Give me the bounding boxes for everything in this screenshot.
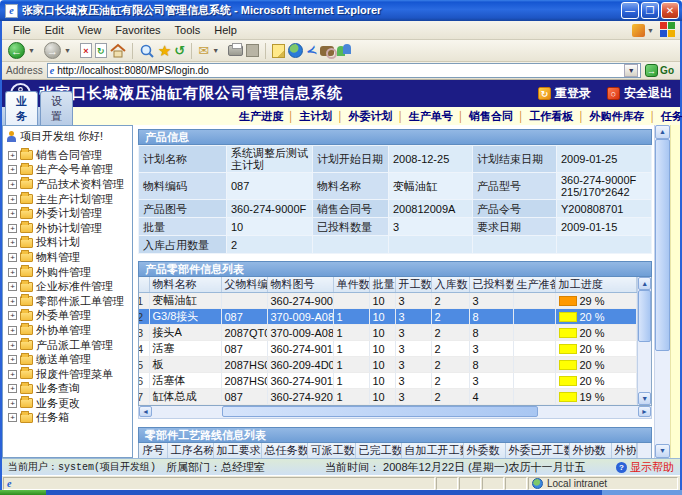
stop-button[interactable]: × [80,41,92,61]
scroll-left-icon[interactable]: ◄ [139,406,152,417]
process-vertical-scrollbar[interactable]: ▼ [637,443,651,458]
tree-item[interactable]: +报废件管理菜单 [6,367,132,382]
expand-icon[interactable]: + [8,195,17,204]
expand-icon[interactable]: + [8,399,17,408]
expand-icon[interactable]: + [8,326,17,335]
scroll-thumb[interactable] [655,139,670,351]
tree-item[interactable]: +零部件派工单管理 [6,294,132,309]
tree-item[interactable]: +外协计划管理 [6,221,132,236]
nav-sales-contract[interactable]: 销售合同 [469,109,513,124]
parts-horizontal-scrollbar[interactable]: ◄ ► [138,406,652,419]
page-vertical-scrollbar[interactable]: ▲ ▼ [654,125,670,458]
tree-item[interactable]: +业务查询 [6,382,132,397]
tree-item[interactable]: +外购件管理 [6,265,132,280]
tree-item[interactable]: +企业标准件管理 [6,279,132,294]
print-button[interactable] [228,41,243,61]
home-button[interactable] [110,41,126,61]
expand-icon[interactable]: + [8,224,17,233]
logout-link[interactable]: ○ 安全退出 [607,85,672,102]
parts-row[interactable]: 5 板2087HS002 360-209-4D0101 103 28 20 % [139,357,637,373]
go-button[interactable]: → Go [645,64,676,77]
windows-taskbar[interactable] [0,490,682,495]
expand-icon[interactable]: + [8,413,17,422]
menu-help[interactable]: Help [207,22,244,38]
expand-icon[interactable]: + [8,151,17,160]
scroll-thumb[interactable] [638,290,651,342]
messenger-button[interactable] [337,41,351,61]
nav-task-box[interactable]: 任务箱 [661,109,682,124]
tab-settings[interactable]: 设置 [40,91,73,125]
tree-item[interactable]: +物料管理 [6,250,132,265]
tree-item[interactable]: +外委计划管理 [6,206,132,221]
menu-tools[interactable]: Tools [168,22,208,38]
back-button[interactable]: ← [8,41,25,61]
expand-icon[interactable]: + [8,209,17,218]
nav-outsource-plan[interactable]: 外委计划 [349,109,393,124]
edit-button[interactable] [246,41,259,61]
nav-master-plan[interactable]: 主计划 [299,109,332,124]
browser-extension-button[interactable] [288,41,303,61]
tree-item[interactable]: +产品派工单管理 [6,338,132,353]
tree-item[interactable]: +生产令号单管理 [6,163,132,178]
chevron-down-icon[interactable]: ▼ [647,27,654,34]
address-dropdown[interactable]: ▼ [624,64,638,77]
scroll-down-icon[interactable]: ▼ [655,444,670,458]
expand-icon[interactable]: + [8,384,17,393]
tree-item[interactable]: +产品技术资料管理 [6,177,132,192]
parts-row[interactable]: 4 活塞087 360-274-9010F1 103 23 20 % [139,341,637,357]
expand-icon[interactable]: + [8,253,17,262]
scroll-up-icon[interactable]: ▲ [655,125,670,139]
extension-icon[interactable] [632,24,645,37]
nav-production-order[interactable]: 生产单号 [409,109,453,124]
minimize-button[interactable]: — [621,2,639,19]
tree-item[interactable]: +销售合同管理 [6,148,132,163]
scroll-right-icon[interactable]: ► [638,406,651,417]
scroll-thumb[interactable] [222,406,538,417]
scroll-down-icon[interactable]: ▼ [638,392,651,405]
search-button[interactable] [139,41,155,61]
favorites-button[interactable]: ★ [158,41,171,61]
expand-icon[interactable]: + [8,341,17,350]
mail-button[interactable]: ✉ [198,41,209,61]
forward-dropdown[interactable]: ▼ [64,47,71,54]
address-input[interactable]: e http://localhost:8080/MPS/login.do ▼ [47,63,641,78]
close-button[interactable]: ✕ [661,2,679,19]
menu-favorites[interactable]: Favorites [108,22,167,38]
expand-icon[interactable]: + [8,370,17,379]
parts-row[interactable]: 7 缸体总成087 360-274-9200F1 103 24 19 % [139,389,637,405]
relogin-link[interactable]: ↻ 重登录 [538,85,591,102]
menu-view[interactable]: View [71,22,109,38]
tab-business[interactable]: 业务 [5,91,38,125]
menu-file[interactable]: File [6,22,38,38]
mail-dropdown[interactable]: ▼ [212,47,219,54]
expand-icon[interactable]: + [8,238,17,247]
nav-work-board[interactable]: 工作看板 [529,109,573,124]
tree-item[interactable]: +主生产计划管理 [6,192,132,207]
expand-icon[interactable]: + [8,311,17,320]
expand-icon[interactable]: + [8,297,17,306]
scroll-up-icon[interactable]: ▲ [638,277,651,290]
expand-icon[interactable]: + [8,268,17,277]
parts-row-selected[interactable]: 2 G3/8接头087 370-009-A08401 103 28 20 % [139,309,637,325]
parts-row[interactable]: 6 活塞体2087HS002 360-274-9011W1 103 23 20 … [139,373,637,389]
tree-item[interactable]: +外委单管理 [6,309,132,324]
expand-icon[interactable]: + [8,282,17,291]
parts-row[interactable]: 1 变幅油缸 360-274-9000F 103 23 29 % [139,293,637,309]
tree-item[interactable]: +缴送单管理 [6,352,132,367]
notes-button[interactable] [272,41,285,61]
tree-item[interactable]: +外协单管理 [6,323,132,338]
tree-item[interactable]: +投料计划 [6,236,132,251]
history-button[interactable]: ↺ [174,41,185,61]
nav-purchased-stock[interactable]: 外购件库存 [590,109,645,124]
parts-row[interactable]: 3 接头A2087QT002 370-009-A08501 103 28 20 … [139,325,637,341]
lookup-button[interactable] [320,41,334,61]
start-button[interactable] [0,490,46,495]
expand-icon[interactable]: + [8,180,17,189]
nav-production-progress[interactable]: 生产进度 [239,109,283,124]
maximize-button[interactable]: ❐ [641,2,659,19]
tree-item[interactable]: +业务更改 [6,396,132,411]
expand-icon[interactable]: + [8,165,17,174]
parts-vertical-scrollbar[interactable]: ▲ ▼ [637,277,651,405]
download-tool-button[interactable]: ≺ [306,41,317,61]
back-dropdown[interactable]: ▼ [28,47,35,54]
